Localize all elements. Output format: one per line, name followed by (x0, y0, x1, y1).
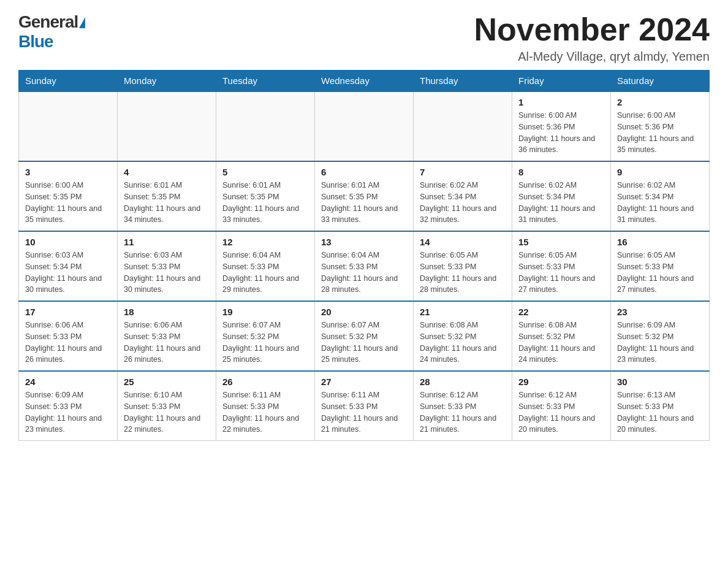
month-title: November 2024 (474, 12, 710, 47)
header-row: Sunday Monday Tuesday Wednesday Thursday… (19, 71, 710, 92)
col-wednesday: Wednesday (315, 71, 414, 92)
calendar-cell: 1Sunrise: 6:00 AMSunset: 5:36 PMDaylight… (512, 91, 611, 161)
calendar-cell: 13Sunrise: 6:04 AMSunset: 5:33 PMDayligh… (315, 231, 414, 301)
week-row-3: 10Sunrise: 6:03 AMSunset: 5:34 PMDayligh… (19, 231, 710, 301)
calendar-cell: 6Sunrise: 6:01 AMSunset: 5:35 PMDaylight… (315, 161, 414, 231)
calendar-cell (315, 91, 414, 161)
day-number: 2 (617, 97, 703, 107)
calendar-cell: 25Sunrise: 6:10 AMSunset: 5:33 PMDayligh… (118, 371, 216, 441)
week-row-4: 17Sunrise: 6:06 AMSunset: 5:33 PMDayligh… (19, 301, 710, 371)
day-info: Sunrise: 6:10 AMSunset: 5:33 PMDaylight:… (124, 389, 210, 435)
calendar-cell: 21Sunrise: 6:08 AMSunset: 5:32 PMDayligh… (414, 301, 512, 371)
calendar-cell: 27Sunrise: 6:11 AMSunset: 5:33 PMDayligh… (315, 371, 414, 441)
day-info: Sunrise: 6:02 AMSunset: 5:34 PMDaylight:… (420, 180, 506, 226)
day-number: 19 (222, 307, 308, 317)
day-info: Sunrise: 6:05 AMSunset: 5:33 PMDaylight:… (420, 250, 506, 296)
day-number: 28 (420, 377, 506, 387)
calendar-cell (216, 91, 315, 161)
day-number: 29 (518, 377, 604, 387)
day-number: 17 (25, 307, 111, 317)
calendar-cell: 17Sunrise: 6:06 AMSunset: 5:33 PMDayligh… (19, 301, 118, 371)
col-sunday: Sunday (19, 71, 118, 92)
calendar-cell: 12Sunrise: 6:04 AMSunset: 5:33 PMDayligh… (216, 231, 315, 301)
day-number: 30 (617, 377, 703, 387)
calendar-cell: 30Sunrise: 6:13 AMSunset: 5:33 PMDayligh… (611, 371, 710, 441)
day-info: Sunrise: 6:08 AMSunset: 5:32 PMDaylight:… (420, 320, 506, 366)
calendar-cell: 2Sunrise: 6:00 AMSunset: 5:36 PMDaylight… (611, 91, 710, 161)
logo: General Blue (18, 12, 85, 52)
day-number: 11 (124, 237, 210, 247)
day-number: 20 (321, 307, 407, 317)
calendar-cell (19, 91, 118, 161)
week-row-2: 3Sunrise: 6:00 AMSunset: 5:35 PMDaylight… (19, 161, 710, 231)
day-number: 18 (124, 307, 210, 317)
col-friday: Friday (512, 71, 611, 92)
logo-general-text: General (18, 12, 78, 32)
day-number: 12 (222, 237, 308, 247)
calendar-cell: 26Sunrise: 6:11 AMSunset: 5:33 PMDayligh… (216, 371, 315, 441)
calendar-cell: 22Sunrise: 6:08 AMSunset: 5:32 PMDayligh… (512, 301, 611, 371)
calendar-cell: 18Sunrise: 6:06 AMSunset: 5:33 PMDayligh… (118, 301, 216, 371)
day-info: Sunrise: 6:09 AMSunset: 5:32 PMDaylight:… (617, 320, 703, 366)
day-number: 24 (25, 377, 111, 387)
day-info: Sunrise: 6:02 AMSunset: 5:34 PMDaylight:… (518, 180, 604, 226)
calendar-cell: 23Sunrise: 6:09 AMSunset: 5:32 PMDayligh… (611, 301, 710, 371)
calendar-cell: 20Sunrise: 6:07 AMSunset: 5:32 PMDayligh… (315, 301, 414, 371)
day-number: 10 (25, 237, 111, 247)
day-info: Sunrise: 6:06 AMSunset: 5:33 PMDaylight:… (25, 320, 111, 366)
day-info: Sunrise: 6:02 AMSunset: 5:34 PMDaylight:… (617, 180, 703, 226)
day-info: Sunrise: 6:06 AMSunset: 5:33 PMDaylight:… (124, 320, 210, 366)
calendar-cell (414, 91, 512, 161)
calendar-cell: 4Sunrise: 6:01 AMSunset: 5:35 PMDaylight… (118, 161, 216, 231)
day-info: Sunrise: 6:08 AMSunset: 5:32 PMDaylight:… (518, 320, 604, 366)
day-number: 27 (321, 377, 407, 387)
week-row-5: 24Sunrise: 6:09 AMSunset: 5:33 PMDayligh… (19, 371, 710, 441)
col-saturday: Saturday (611, 71, 710, 92)
day-number: 8 (518, 167, 604, 177)
day-number: 7 (420, 167, 506, 177)
calendar-cell (118, 91, 216, 161)
week-row-1: 1Sunrise: 6:00 AMSunset: 5:36 PMDaylight… (19, 91, 710, 161)
calendar-cell: 15Sunrise: 6:05 AMSunset: 5:33 PMDayligh… (512, 231, 611, 301)
calendar-cell: 5Sunrise: 6:01 AMSunset: 5:35 PMDaylight… (216, 161, 315, 231)
day-info: Sunrise: 6:11 AMSunset: 5:33 PMDaylight:… (222, 389, 308, 435)
day-info: Sunrise: 6:04 AMSunset: 5:33 PMDaylight:… (321, 250, 407, 296)
title-area: November 2024 Al-Medy Village, qryt almd… (474, 12, 710, 64)
calendar-cell: 28Sunrise: 6:12 AMSunset: 5:33 PMDayligh… (414, 371, 512, 441)
calendar-table: Sunday Monday Tuesday Wednesday Thursday… (18, 70, 710, 441)
calendar-cell: 3Sunrise: 6:00 AMSunset: 5:35 PMDaylight… (19, 161, 118, 231)
day-number: 1 (518, 97, 604, 107)
col-monday: Monday (118, 71, 216, 92)
day-info: Sunrise: 6:05 AMSunset: 5:33 PMDaylight:… (617, 250, 703, 296)
calendar-cell: 19Sunrise: 6:07 AMSunset: 5:32 PMDayligh… (216, 301, 315, 371)
day-info: Sunrise: 6:07 AMSunset: 5:32 PMDaylight:… (321, 320, 407, 366)
calendar-cell: 11Sunrise: 6:03 AMSunset: 5:33 PMDayligh… (118, 231, 216, 301)
day-info: Sunrise: 6:12 AMSunset: 5:33 PMDaylight:… (518, 389, 604, 435)
day-number: 5 (222, 167, 308, 177)
day-info: Sunrise: 6:05 AMSunset: 5:33 PMDaylight:… (518, 250, 604, 296)
day-number: 6 (321, 167, 407, 177)
calendar-cell: 7Sunrise: 6:02 AMSunset: 5:34 PMDaylight… (414, 161, 512, 231)
day-info: Sunrise: 6:09 AMSunset: 5:33 PMDaylight:… (25, 389, 111, 435)
day-number: 13 (321, 237, 407, 247)
day-info: Sunrise: 6:03 AMSunset: 5:33 PMDaylight:… (124, 250, 210, 296)
day-number: 3 (25, 167, 111, 177)
day-number: 23 (617, 307, 703, 317)
day-info: Sunrise: 6:03 AMSunset: 5:34 PMDaylight:… (25, 250, 111, 296)
calendar-cell: 10Sunrise: 6:03 AMSunset: 5:34 PMDayligh… (19, 231, 118, 301)
day-number: 15 (518, 237, 604, 247)
day-info: Sunrise: 6:00 AMSunset: 5:36 PMDaylight:… (518, 110, 604, 156)
day-info: Sunrise: 6:01 AMSunset: 5:35 PMDaylight:… (124, 180, 210, 226)
day-info: Sunrise: 6:12 AMSunset: 5:33 PMDaylight:… (420, 389, 506, 435)
calendar-body: 1Sunrise: 6:00 AMSunset: 5:36 PMDaylight… (19, 91, 710, 441)
calendar-header: Sunday Monday Tuesday Wednesday Thursday… (19, 71, 710, 92)
logo-triangle-icon (79, 17, 85, 28)
location-subtitle: Al-Medy Village, qryt almdy, Yemen (474, 50, 710, 64)
calendar-cell: 29Sunrise: 6:12 AMSunset: 5:33 PMDayligh… (512, 371, 611, 441)
day-number: 4 (124, 167, 210, 177)
day-number: 25 (124, 377, 210, 387)
day-info: Sunrise: 6:00 AMSunset: 5:35 PMDaylight:… (25, 180, 111, 226)
day-info: Sunrise: 6:11 AMSunset: 5:33 PMDaylight:… (321, 389, 407, 435)
day-info: Sunrise: 6:01 AMSunset: 5:35 PMDaylight:… (222, 180, 308, 226)
day-number: 21 (420, 307, 506, 317)
